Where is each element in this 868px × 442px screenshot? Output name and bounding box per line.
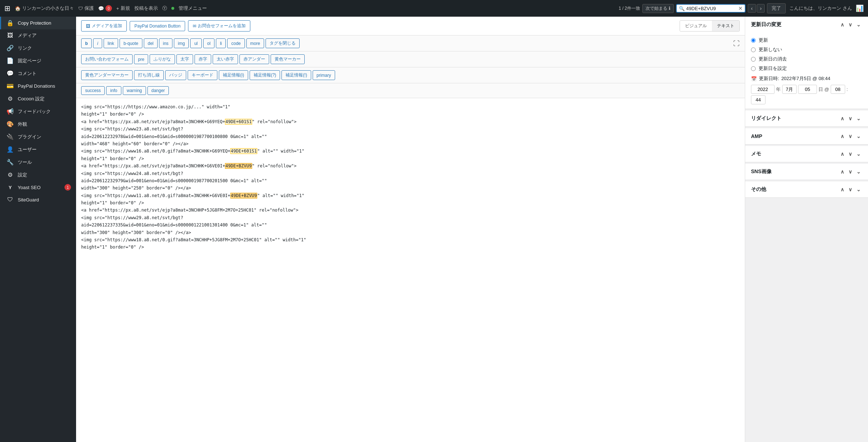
minute-input[interactable] <box>751 95 765 104</box>
site-home[interactable]: 🏠 リンカーンの小さな日々 <box>15 5 74 12</box>
fmt-li[interactable]: li <box>216 38 226 48</box>
memo-up-icon[interactable]: ∧ <box>839 150 846 158</box>
fmt-ol[interactable]: ol <box>203 38 214 48</box>
fmt-ins[interactable]: ins <box>159 38 172 48</box>
fmt-info-ex[interactable]: 補足情報(!) <box>281 70 311 80</box>
admin-menu-label[interactable]: 管理メニュー <box>179 5 207 12</box>
sns-expand-icon[interactable]: ⌄ <box>855 168 862 175</box>
fmt-red-under[interactable]: 赤アンダー <box>239 54 269 64</box>
search-clear-icon[interactable]: ✕ <box>738 5 743 11</box>
fmt-italic[interactable]: i <box>93 38 102 48</box>
done-btn[interactable]: 完了 <box>767 3 786 13</box>
new-post-menu[interactable]: + 新規 <box>116 5 130 12</box>
fmt-primary[interactable]: primary <box>313 70 335 80</box>
search-next-btn[interactable]: 次で始まる ℹ <box>642 4 674 13</box>
other-section[interactable]: その他 ∧ ∨ ⌄ <box>745 182 868 198</box>
view-post-btn[interactable]: 投稿を表示 <box>134 5 158 12</box>
next-match-btn[interactable]: › <box>757 4 765 13</box>
prev-match-btn[interactable]: ‹ <box>748 4 756 13</box>
redirect-expand-icon[interactable]: ⌄ <box>855 115 862 122</box>
memo-section[interactable]: メモ ∧ ∨ ⌄ <box>745 146 868 162</box>
sidebar-item-yoast[interactable]: Y Yoast SEO 1 <box>0 181 76 193</box>
fmt-yellow-marker[interactable]: 黄色マーカー <box>271 54 305 64</box>
fmt-warning[interactable]: warning <box>123 86 146 95</box>
redirect-down-icon[interactable]: ∨ <box>847 115 854 122</box>
amp-expand-icon[interactable]: ⌄ <box>855 133 862 140</box>
fmt-del[interactable]: del <box>144 38 158 48</box>
radio-no-update[interactable]: 更新しない <box>751 46 862 53</box>
fmt-red[interactable]: 赤字 <box>195 54 211 64</box>
search-input[interactable] <box>686 6 737 11</box>
text-view-btn[interactable]: テキスト <box>712 21 739 31</box>
visual-view-btn[interactable]: ビジュアル <box>680 21 712 31</box>
sidebar-item-fixed-page[interactable]: 📄 固定ページ <box>0 54 76 67</box>
year-input[interactable] <box>751 85 775 94</box>
memo-down-icon[interactable]: ∨ <box>847 150 854 158</box>
other-down-icon[interactable]: ∨ <box>847 186 854 193</box>
memo-expand-icon[interactable]: ⌄ <box>855 150 862 158</box>
sidebar-item-appearance[interactable]: 🎨 外観 <box>0 118 76 130</box>
fmt-keyboard[interactable]: キーボード <box>188 70 217 80</box>
fmt-info-i[interactable]: 補足情報(i) <box>219 70 248 80</box>
sidebar-item-comment[interactable]: 💬 コメント <box>0 67 76 80</box>
radio-update[interactable]: 更新 <box>751 37 862 43</box>
fmt-strikethrough[interactable]: 打ち消し線 <box>134 70 164 80</box>
collapse-icon[interactable]: ⌄ <box>855 21 862 28</box>
sidebar-item-tools[interactable]: 🔧 ツール <box>0 156 76 168</box>
other-expand-icon[interactable]: ⌄ <box>855 186 862 193</box>
fmt-bold-red[interactable]: 太い赤字 <box>213 54 238 64</box>
fmt-danger[interactable]: danger <box>147 86 169 95</box>
radio-delete-update[interactable]: 更新日の消去 <box>751 56 862 62</box>
fmt-code[interactable]: code <box>227 38 245 48</box>
expand-toolbar-btn[interactable]: ⛶ <box>733 39 740 47</box>
amp-up-icon[interactable]: ∧ <box>839 133 846 140</box>
sidebar-item-feedback[interactable]: 📢 フィードバック <box>0 105 76 118</box>
comments-menu[interactable]: 💬 0 <box>98 5 112 12</box>
fmt-yellow-under-marker[interactable]: 黄色アンダーマーカー <box>81 70 133 80</box>
fmt-contact-form[interactable]: お問い合わせフォーム <box>81 54 133 64</box>
redirect-up-icon[interactable]: ∧ <box>839 115 846 122</box>
sidebar-item-users[interactable]: 👤 ユーザー <box>0 143 76 156</box>
fmt-success[interactable]: success <box>81 86 105 95</box>
fmt-close-tags[interactable]: タグを閉じる <box>266 38 300 48</box>
code-editor[interactable]: <img src="https://https://www.amazon.co.… <box>76 98 745 442</box>
redirect-section[interactable]: リダイレクト ∧ ∨ ⌄ <box>745 110 868 127</box>
sidebar-item-media[interactable]: 🖼 メディア <box>0 29 76 42</box>
fmt-furigana[interactable]: ふりがな <box>150 54 175 64</box>
sidebar-item-cocoon[interactable]: ⚙ Cocoon 設定 <box>0 92 76 105</box>
sidebar-item-copy-protection[interactable]: 🔒 Copy Protection <box>0 17 76 29</box>
sidebar-item-link[interactable]: 🔗 リンク <box>0 42 76 54</box>
amp-down-icon[interactable]: ∨ <box>847 133 854 140</box>
fmt-badge[interactable]: バッジ <box>165 70 186 80</box>
sidebar-item-plugins[interactable]: 🔌 プラグイン <box>0 130 76 143</box>
amp-section[interactable]: AMP ∧ ∨ ⌄ <box>745 128 868 145</box>
sns-down-icon[interactable]: ∨ <box>847 168 854 175</box>
contact-form-btn[interactable]: ✉ お問合せフォームを追加 <box>188 20 250 32</box>
sidebar-item-paypal[interactable]: 💳 PayPal Donations <box>0 80 76 92</box>
sns-section[interactable]: SNS画像 ∧ ∨ ⌄ <box>745 164 868 180</box>
sidebar-item-settings[interactable]: ⚙ 設定 <box>0 168 76 181</box>
chevron-up-icon[interactable]: ∧ <box>839 21 846 28</box>
fmt-bquote[interactable]: b-quote <box>120 38 142 48</box>
month-input[interactable] <box>782 85 797 94</box>
sidebar-item-siteguard[interactable]: 🛡 SiteGuard <box>0 193 76 206</box>
fmt-bold[interactable]: b <box>81 38 92 48</box>
radio-set-update[interactable]: 更新日を設定 <box>751 65 862 72</box>
update-date-header[interactable]: 更新日の変更 ∧ ∨ ⌄ <box>745 17 868 33</box>
add-media-btn[interactable]: 🖼 メディアを追加 <box>81 20 127 32</box>
fmt-pre[interactable]: pre <box>134 54 148 64</box>
fmt-info[interactable]: info <box>106 86 121 95</box>
hour-input[interactable] <box>831 85 845 94</box>
chevron-down-icon[interactable]: ∨ <box>847 21 854 28</box>
other-up-icon[interactable]: ∧ <box>839 186 846 193</box>
fmt-link[interactable]: link <box>104 38 118 48</box>
fmt-img[interactable]: img <box>174 38 189 48</box>
fmt-info-q[interactable]: 補足情報(?) <box>250 70 280 80</box>
wp-logo[interactable]: ⊞ <box>4 4 11 13</box>
fmt-bold2[interactable]: 太字 <box>176 54 193 64</box>
fmt-ul[interactable]: ul <box>190 38 201 48</box>
day-input[interactable] <box>798 85 817 94</box>
fmt-more[interactable]: more <box>246 38 264 48</box>
protect-menu[interactable]: 🛡 保護 <box>78 5 94 12</box>
paypal-donation-btn[interactable]: PayPal Donation Button <box>130 21 185 31</box>
